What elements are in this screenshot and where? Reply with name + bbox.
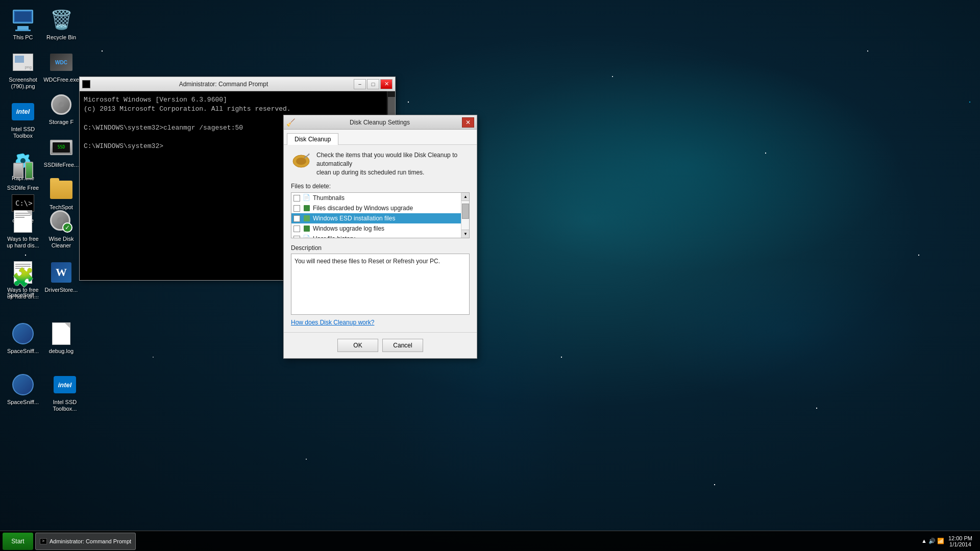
cmd-maximize-button[interactable]: □: [367, 79, 379, 89]
wdcfree-label: WDCFree.exe: [43, 77, 79, 83]
desktop-icon-wdcfree[interactable]: WDC WDCFree.exe: [41, 47, 82, 86]
dialog-title-icon: 🧹: [286, 118, 295, 127]
ok-button[interactable]: OK: [337, 339, 378, 352]
intel-ssd-icon: intel: [11, 99, 35, 124]
intel-ssd2-icon: intel: [53, 372, 77, 397]
cmd-titlebar[interactable]: Administrator: Command Prompt − □ ✕: [80, 77, 395, 91]
this-pc-icon: [11, 8, 35, 32]
ways1-icon: [11, 209, 35, 234]
desktop-icon-wisedisk[interactable]: ✓ Wise DiskCleaner: [41, 207, 82, 252]
file-item-logfiles[interactable]: Windows upgrade log files: [291, 223, 461, 234]
techspot-icon: [49, 178, 74, 202]
file-item-discarded[interactable]: Files discarded by Windows upgrade: [291, 203, 461, 213]
scrollbar-up-arrow[interactable]: ▲: [461, 193, 470, 201]
desktop-icon-spacesniff-puzzle[interactable]: 🧩 SpaceSniff...: [3, 263, 43, 301]
debuglog-icon: [49, 321, 74, 346]
this-pc-label: This PC: [13, 34, 33, 41]
dialog-tab-bar: Disk Cleanup: [284, 130, 477, 145]
desktop-icon-intel-ssd[interactable]: intel Intel SSDToolbox: [3, 97, 43, 142]
file-item-thumbnails[interactable]: 📄 Thumbnails: [291, 193, 461, 203]
storage-label: Storage F: [49, 119, 74, 126]
scrollbar-thumb: [462, 204, 469, 219]
wisedisk-icon: ✓: [49, 209, 74, 234]
wisedisk-label: Wise DiskCleaner: [49, 236, 74, 249]
dialog-close-button[interactable]: ✕: [462, 117, 474, 128]
desktop-icon-recycle-bin[interactable]: 🗑️ Recycle Bin: [41, 5, 82, 43]
scrollbar-track: [461, 201, 470, 230]
dialog-header-icon: [291, 151, 311, 171]
checkbox-thumbnails[interactable]: [293, 195, 300, 202]
storage-icon: [49, 92, 74, 117]
dialog-title-text: Disk Cleanup Settings: [298, 119, 462, 126]
recycle-bin-icon: 🗑️: [49, 8, 74, 32]
dialog-body: Disk Cleanup Check the items that you wo…: [284, 130, 477, 358]
dialog-titlebar[interactable]: 🧹 Disk Cleanup Settings ✕: [284, 115, 477, 130]
desktop-icon-storage[interactable]: Storage F: [41, 90, 82, 128]
taskbar-cmd-label: Administrator: Command Prompt: [50, 538, 131, 544]
svg-point-2: [296, 158, 306, 165]
taskbar-icons: ▲ 🔊 📶: [921, 538, 944, 544]
spacesniff2-icon: [11, 372, 35, 397]
dialog-content: Check the items that you would like Disk…: [284, 145, 477, 332]
desktop-icon-debuglog[interactable]: debug.log: [41, 319, 82, 357]
checkbox-esd[interactable]: [293, 215, 300, 222]
cmd-window-title: Administrator: Command Prompt: [93, 81, 354, 88]
driverstore-icon: W: [49, 260, 74, 285]
files-to-delete-label: Files to delete:: [291, 183, 470, 190]
dialog-buttons: OK Cancel: [284, 332, 477, 358]
dialog-header-text: Check the items that you would like Disk…: [316, 151, 470, 177]
desktop-icon-ssdlife2[interactable]: SSDlife Free: [3, 156, 43, 194]
ssdlife2-label: SSDlife Free: [7, 185, 39, 191]
description-label: Description: [291, 244, 470, 252]
taskbar-tray: ▲ 🔊 📶 12:00 PM 1/1/2014: [921, 535, 977, 547]
file-item-userhistory[interactable]: 📄 User file history: [291, 234, 461, 238]
cmd-close-button[interactable]: ✕: [380, 79, 393, 89]
wdcfree-icon: WDC: [49, 50, 74, 74]
ssdlife1-icon: SSD: [49, 135, 74, 160]
desktop-icon-spacesniff1[interactable]: SpaceSniff...: [3, 319, 43, 357]
desktop-icon-screenshot[interactable]: png Screenshot(790).png: [3, 47, 43, 92]
tab-disk-cleanup[interactable]: Disk Cleanup: [287, 133, 338, 145]
desktop-icon-driverstore[interactable]: W DriverStore...: [41, 258, 82, 296]
taskbar-cmd-item[interactable]: > Administrator: Command Prompt: [35, 533, 136, 550]
screenshot-icon: png: [11, 50, 35, 74]
disk-cleanup-dialog: 🧹 Disk Cleanup Settings ✕ Disk Cleanup: [283, 115, 477, 359]
description-box: You will need these files to Reset or Re…: [291, 254, 470, 315]
cmd-window-icon: [82, 80, 90, 88]
ways1-label: Ways to freeup hard dis...: [7, 236, 39, 249]
spacesniff-puzzle-label: SpaceSniff...: [7, 292, 39, 298]
spacesniff1-icon: [11, 321, 35, 346]
files-scrollbar[interactable]: ▲ ▼: [461, 193, 469, 238]
puzzle-icon: 🧩: [11, 265, 35, 290]
cmd-minimize-button[interactable]: −: [354, 79, 366, 89]
desktop-icon-this-pc[interactable]: This PC: [3, 5, 43, 43]
ssdlife1-label: SSDlifeFree...: [44, 162, 79, 168]
intel-ssd2-label: Intel SSDToolbox...: [53, 399, 77, 412]
files-list: 📄 Thumbnails Files discarded by Windows …: [291, 192, 470, 238]
desktop-icon-spacesniff2[interactable]: SpaceSniff...: [3, 370, 43, 415]
description-area: Description You will need these files to…: [291, 244, 470, 315]
checkbox-logfiles[interactable]: [293, 226, 300, 232]
desktop-icon-ways1[interactable]: Ways to freeup hard dis...: [3, 207, 43, 252]
intel-ssd-label: Intel SSDToolbox: [11, 126, 35, 139]
checkbox-discarded[interactable]: [293, 205, 300, 212]
driverstore-label: DriverStore...: [45, 287, 78, 293]
spacesniff1-label: SpaceSniff...: [7, 348, 39, 355]
checkbox-userhistory[interactable]: [293, 236, 300, 238]
ssdlife2-icon: [11, 158, 35, 183]
taskbar-clock: 12:00 PM 1/1/2014: [948, 535, 972, 547]
scrollbar-down-arrow[interactable]: ▼: [461, 230, 470, 238]
file-item-esd[interactable]: Windows ESD installation files: [291, 213, 461, 223]
debuglog-label: debug.log: [49, 348, 74, 355]
spacesniff2-label: SpaceSniff...: [7, 399, 39, 406]
start-button[interactable]: Start: [3, 533, 33, 550]
cmd-window-controls: − □ ✕: [354, 79, 393, 89]
screenshot-label: Screenshot(790).png: [9, 77, 37, 90]
taskbar: Start > Administrator: Command Prompt ▲ …: [0, 531, 980, 551]
recycle-bin-label: Recycle Bin: [46, 34, 76, 41]
dialog-header-area: Check the items that you would like Disk…: [291, 151, 470, 177]
cancel-button[interactable]: Cancel: [382, 339, 423, 352]
desktop-icon-ssdlife1[interactable]: SSD SSDlifeFree...: [41, 133, 82, 171]
how-disk-cleanup-works-link[interactable]: How does Disk Cleanup work?: [291, 319, 470, 326]
desktop-icon-intel-ssd2[interactable]: intel Intel SSDToolbox...: [44, 370, 85, 415]
